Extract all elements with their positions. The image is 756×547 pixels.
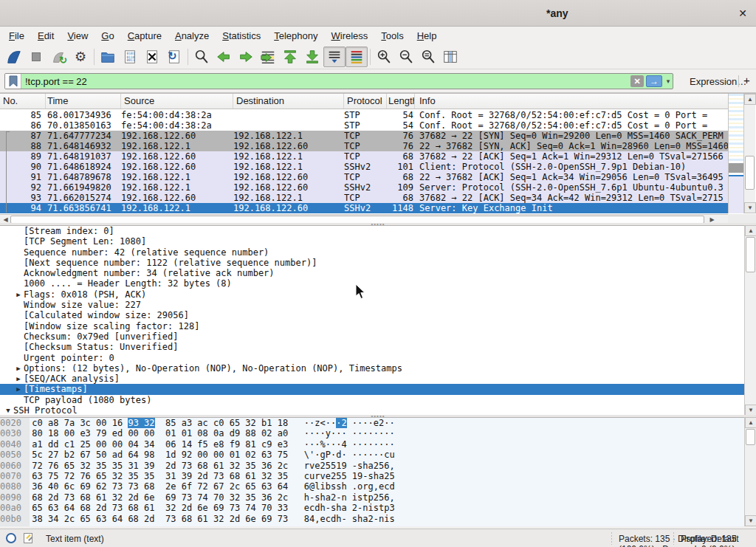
go-last-icon[interactable] xyxy=(301,47,323,67)
packet-row[interactable]: 8971.648191037192.168.122.60 192.168.122… xyxy=(0,151,728,162)
expand-arrow-icon[interactable] xyxy=(13,310,24,320)
detail-line[interactable]: ▶ Options: (12 bytes), No-Operation (NOP… xyxy=(0,363,744,374)
menu-item-edit[interactable]: Edit xyxy=(32,28,60,44)
column-header-info[interactable]: Info xyxy=(415,94,728,109)
reload-file-icon[interactable]: ↻ xyxy=(163,47,185,67)
menu-item-capture[interactable]: Capture xyxy=(122,28,168,44)
packet-row[interactable]: 9371.662015274192.168.122.60 192.168.122… xyxy=(0,193,728,203)
auto-scroll-icon[interactable] xyxy=(323,47,346,67)
expert-info-icon[interactable] xyxy=(6,533,16,543)
filter-clear-icon[interactable]: ✕ xyxy=(630,75,644,87)
restart-capture-icon[interactable]: ↻ xyxy=(47,47,69,67)
menu-item-go[interactable]: Go xyxy=(95,28,120,44)
go-to-packet-icon[interactable] xyxy=(257,47,279,67)
close-file-icon[interactable] xyxy=(141,47,163,67)
scroll-up-icon[interactable]: ▲ xyxy=(745,225,756,236)
detail-line[interactable]: [Window size scaling factor: 128] xyxy=(0,321,744,331)
stop-capture-icon[interactable] xyxy=(25,47,47,67)
expand-arrow-icon[interactable]: ▼ xyxy=(3,405,13,416)
packet-row[interactable]: 8871.648146932192.168.122.1 192.168.122.… xyxy=(0,141,728,151)
hex-vscrollbar[interactable]: ▲ ▼ xyxy=(744,417,756,526)
add-filter-button[interactable]: + xyxy=(743,74,750,86)
detail-line[interactable]: TCP payload (1080 bytes) xyxy=(0,395,744,405)
scroll-up-icon[interactable]: ▲ xyxy=(744,94,756,105)
packet-row[interactable]: 9071.648618924192.168.122.60 192.168.122… xyxy=(0,162,728,172)
resize-columns-icon[interactable] xyxy=(439,47,461,67)
expand-arrow-icon[interactable]: ▶ xyxy=(13,289,24,300)
menu-item-analyze[interactable]: Analyze xyxy=(169,28,215,44)
filter-dropdown-icon[interactable]: ▾ xyxy=(664,78,673,85)
expand-arrow-icon[interactable] xyxy=(13,331,24,342)
column-header-time[interactable]: Time xyxy=(46,94,121,109)
hex-row[interactable]: 0080 36 40 6c 69 62 73 73 68 2e 6f 72 67… xyxy=(0,481,744,492)
hex-row[interactable]: 0020 c0 a8 7a 3c 00 16 93 32 85 a3 ac c0… xyxy=(0,418,744,428)
expand-arrow-icon[interactable] xyxy=(13,353,24,363)
hex-row[interactable]: 00a0 65 63 64 68 2d 73 68 61 32 2d 6e 69… xyxy=(0,503,744,513)
hex-row[interactable]: 0030 80 18 00 e3 79 ed 00 00 01 01 08 0a… xyxy=(0,428,744,438)
column-header-source[interactable]: Source xyxy=(121,94,233,109)
status-profile[interactable]: Profile: Default xyxy=(681,534,739,544)
detail-line[interactable]: ▶ Flags: 0x018 (PSH, ACK) xyxy=(0,289,744,300)
packet-list-header[interactable]: No. Time Source Destination Protocol Len… xyxy=(0,94,728,109)
packet-row[interactable]: 8771.647777234192.168.122.60 192.168.122… xyxy=(0,131,728,141)
save-file-icon[interactable]: 010101100011 xyxy=(119,47,141,67)
column-header-length[interactable]: Length xyxy=(387,94,415,109)
display-filter-input[interactable]: !tcp.port == 22 ✕ → ▾ xyxy=(4,73,673,89)
detail-line[interactable]: [Next sequence number: 1122 (relative se… xyxy=(0,258,744,268)
menu-item-telephony[interactable]: Telephony xyxy=(268,28,323,44)
capture-options-icon[interactable]: ⚙ xyxy=(69,47,92,67)
detail-line[interactable]: ▶ [Timestamps] xyxy=(0,384,744,394)
scroll-thumb[interactable] xyxy=(746,429,755,445)
hex-row[interactable]: 0070 63 75 72 76 65 32 35 35 31 39 2d 73… xyxy=(0,471,744,481)
expand-arrow-icon[interactable]: ▶ xyxy=(13,363,24,374)
hex-row[interactable]: 0090 68 2d 73 68 61 32 2d 6e 69 73 74 70… xyxy=(0,492,744,503)
detail-line[interactable]: Sequence number: 42 (relative sequence n… xyxy=(0,247,744,258)
expand-arrow-icon[interactable] xyxy=(13,395,24,405)
detail-line[interactable]: Acknowledgment number: 34 (relative ack … xyxy=(0,268,744,278)
details-vscrollbar[interactable]: ▲ ▼ xyxy=(744,225,756,416)
column-header-no[interactable]: No. xyxy=(0,94,46,109)
scroll-thumb[interactable] xyxy=(746,237,755,272)
menu-item-wireless[interactable]: Wireless xyxy=(326,28,374,44)
menu-item-statistics[interactable]: Statistics xyxy=(216,28,267,44)
detail-line[interactable]: [Stream index: 0] xyxy=(0,226,744,236)
detail-line[interactable]: 1000 .... = Header Length: 32 bytes (8) xyxy=(0,278,744,289)
hex-row[interactable]: 00b0 38 34 2c 65 63 64 68 2d 73 68 61 32… xyxy=(0,514,744,524)
detail-line[interactable]: Checksum: 0x79ed [unverified] xyxy=(0,331,744,342)
expand-arrow-icon[interactable] xyxy=(13,321,24,331)
hex-row[interactable]: 0050 5c 27 b2 67 50 ad 64 98 1d 92 00 00… xyxy=(0,450,744,460)
expand-arrow-icon[interactable]: ▶ xyxy=(13,374,24,384)
detail-line[interactable]: ▶ [SEQ/ACK analysis] xyxy=(0,374,744,384)
detail-line[interactable]: [Calculated window size: 29056] xyxy=(0,310,744,320)
scroll-thumb[interactable] xyxy=(745,156,755,190)
menu-item-file[interactable]: File xyxy=(3,28,30,44)
scroll-down-icon[interactable]: ▼ xyxy=(745,515,756,526)
scroll-up-icon[interactable]: ▲ xyxy=(745,417,756,428)
packet-row[interactable]: 9271.661949820192.168.122.1 192.168.122.… xyxy=(0,182,728,193)
expand-arrow-icon[interactable] xyxy=(13,278,24,289)
packet-row[interactable]: 9471.663856741192.168.122.1 192.168.122.… xyxy=(0,203,728,213)
column-header-protocol[interactable]: Protocol xyxy=(344,94,387,109)
close-icon[interactable]: ✕ xyxy=(735,6,750,21)
hex-row[interactable]: 0060 72 76 65 32 35 35 31 39 2d 73 68 61… xyxy=(0,461,744,471)
intelligent-scrollbar-minimap[interactable] xyxy=(728,94,743,213)
expand-arrow-icon[interactable] xyxy=(13,247,24,258)
filter-apply-icon[interactable]: → xyxy=(646,75,662,87)
filter-text[interactable]: !tcp.port == 22 xyxy=(21,76,630,87)
detail-line[interactable]: Urgent pointer: 0 xyxy=(0,353,744,363)
scroll-down-icon[interactable]: ▼ xyxy=(745,405,756,416)
expand-arrow-icon[interactable] xyxy=(13,226,24,236)
packet-row[interactable]: 8568.001734936fe:54:00:d4:38:2a STP54Con… xyxy=(0,110,728,120)
menu-item-tools[interactable]: Tools xyxy=(375,28,409,44)
titlebar[interactable]: *any ✕ xyxy=(0,0,756,27)
expand-arrow-icon[interactable] xyxy=(13,300,24,310)
expand-arrow-icon[interactable] xyxy=(13,258,24,268)
zoom-out-icon[interactable] xyxy=(395,47,417,67)
go-previous-icon[interactable] xyxy=(213,47,235,67)
expand-arrow-icon[interactable]: ▶ xyxy=(13,384,24,394)
menu-item-help[interactable]: Help xyxy=(411,28,443,44)
column-header-destination[interactable]: Destination xyxy=(233,94,344,109)
hex-row[interactable]: 0040 a1 dd c1 25 00 00 04 34 06 14 f5 e8… xyxy=(0,439,744,450)
scroll-down-icon[interactable]: ▼ xyxy=(744,202,756,213)
filter-bookmark-icon[interactable] xyxy=(5,74,21,89)
